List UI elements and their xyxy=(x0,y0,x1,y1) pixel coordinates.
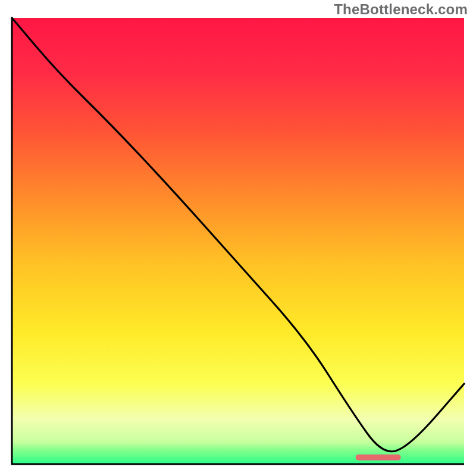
chart-stage: TheBottleneck.com xyxy=(0,0,476,476)
plot-background xyxy=(12,18,464,464)
bottleneck-chart xyxy=(0,0,476,476)
optimal-range-marker xyxy=(356,455,401,461)
